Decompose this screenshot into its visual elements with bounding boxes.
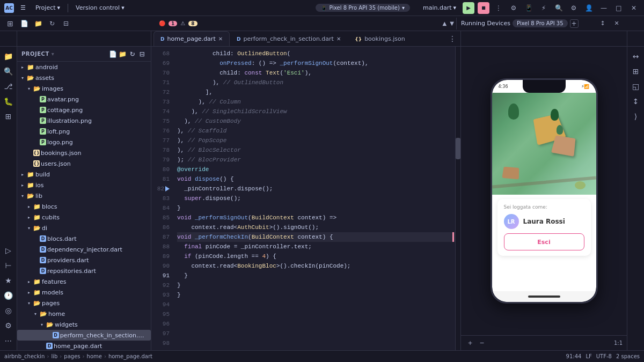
tree-item-blocs-dart[interactable]: Dblocs.dart: [17, 233, 151, 244]
add-device-btn[interactable]: +: [570, 19, 579, 28]
zoom-in-btn[interactable]: +: [465, 338, 475, 348]
tree-item-users-json[interactable]: {}users.json: [17, 158, 151, 169]
tree-item-dependency-injector-dart[interactable]: Ddependency_injector.dart: [17, 244, 151, 255]
breadcrumb-file[interactable]: home_page.dart: [108, 353, 152, 359]
scroll-up-btn[interactable]: ▲: [443, 20, 447, 26]
tree-item-pages[interactable]: ▾📂pages: [17, 298, 151, 308]
debug-sidebar-btn[interactable]: 🐛: [2, 95, 15, 108]
tree-item-illustration-png[interactable]: Pillustration.png: [17, 115, 151, 126]
clock-sidebar-btn[interactable]: 🕐: [2, 289, 15, 302]
main-dart-label[interactable]: main.dart ▾: [420, 3, 459, 12]
new-folder-btn[interactable]: 📁: [32, 18, 44, 29]
device-manager-btn[interactable]: 📱: [523, 2, 535, 14]
tree-item-models[interactable]: ▸📁models: [17, 287, 151, 298]
refresh-tree-btn[interactable]: ↻: [128, 50, 137, 58]
tree-item-di[interactable]: ▾📂di: [17, 223, 151, 233]
search-sidebar-btn[interactable]: 🔍: [2, 65, 15, 78]
tree-item-lib[interactable]: ▾📂lib: [17, 190, 151, 201]
hamburger-btn[interactable]: ☰: [17, 3, 29, 12]
right-tool-2[interactable]: ⊞: [630, 65, 642, 78]
version-control-btn[interactable]: Version control ▾: [72, 3, 128, 12]
zoom-out-btn[interactable]: −: [477, 338, 487, 348]
tab-close-btn[interactable]: ✕: [218, 36, 223, 42]
project-dropdown[interactable]: Project ▾: [32, 3, 63, 12]
tree-item-images[interactable]: ▾📂images: [17, 83, 151, 94]
tree-item-perform-check-in-section-dart[interactable]: Dperform_check_in_section.dart: [17, 330, 151, 341]
editor-scrollbar[interactable]: [455, 47, 460, 350]
tree-item-avatar-png[interactable]: Pavatar.png: [17, 94, 151, 105]
phone-logout-btn[interactable]: Esci: [504, 233, 584, 250]
maximize-btn[interactable]: □: [613, 2, 625, 14]
more-options-btn[interactable]: ⋮: [493, 2, 504, 14]
tree-item-features[interactable]: ▸📁features: [17, 276, 151, 287]
collapse-tree-btn[interactable]: ⊟: [138, 50, 147, 58]
charset[interactable]: UTF-8: [596, 353, 612, 359]
indent[interactable]: 2 spaces: [616, 353, 640, 359]
tree-item-assets[interactable]: ▾📂assets: [17, 72, 151, 83]
settings2-btn[interactable]: ⚙: [568, 2, 580, 14]
tree-item-bookings-json[interactable]: {}bookings.json: [17, 147, 151, 158]
line-number: 90: [151, 261, 170, 271]
tree-item-android[interactable]: ▸📁android: [17, 62, 151, 72]
scroll-down-btn[interactable]: ▼: [450, 20, 454, 26]
right-tool-3[interactable]: ◱: [630, 80, 642, 93]
right-tool-4[interactable]: ↕: [630, 95, 642, 108]
settings-sidebar-btn[interactable]: ⚙: [2, 319, 15, 332]
lightning-btn[interactable]: ⚡: [538, 2, 550, 14]
right-tool-5[interactable]: ⟩: [630, 110, 642, 123]
minimize-btn[interactable]: —: [598, 2, 610, 14]
tree-item-cubits[interactable]: ▸📁cubits: [17, 212, 151, 223]
fold-btn[interactable]: ⊞: [4, 18, 16, 29]
tree-item-logo-png[interactable]: Plogo.png: [17, 137, 151, 147]
tree-item-build[interactable]: ▸📁build: [17, 169, 151, 180]
tree-item-home[interactable]: ▾📂home: [17, 308, 151, 319]
line-ending[interactable]: LF: [586, 353, 591, 359]
run-button[interactable]: ▶: [463, 2, 474, 14]
tab-close-btn2[interactable]: ✕: [336, 36, 341, 42]
git2-sidebar-btn[interactable]: ◎: [2, 304, 15, 317]
scrollbar-thumb[interactable]: [456, 138, 460, 159]
tree-item-loft-png[interactable]: Ploft.png: [17, 126, 151, 137]
tree-item-cottage-png[interactable]: Pcottage.png: [17, 105, 151, 115]
close-btn[interactable]: ✕: [628, 2, 640, 14]
new-file-btn[interactable]: 📄: [18, 18, 30, 29]
extensions-sidebar-btn[interactable]: ⊞: [2, 110, 15, 123]
search-btn[interactable]: 🔍: [553, 2, 565, 14]
collapse-btn[interactable]: ⊟: [60, 18, 72, 29]
right-tool-1[interactable]: ↔: [630, 50, 642, 63]
code-scroll[interactable]: 6869707172737475767778798081828384858687…: [151, 47, 460, 350]
profile-btn[interactable]: 👤: [583, 2, 595, 14]
bookmark-sidebar-btn[interactable]: ★: [2, 274, 15, 287]
device-pill[interactable]: 📱 Pixel 8 Pro API 35 (mobile) ▾: [316, 4, 410, 12]
device-more-btn[interactable]: ↕: [597, 18, 609, 29]
device-close-btn[interactable]: ✕: [611, 18, 623, 29]
breadcrumb-sep1: ›: [47, 353, 49, 359]
breadcrumb-pages[interactable]: pages: [64, 353, 80, 359]
tree-item-repositories-dart[interactable]: Drepositories.dart: [17, 265, 151, 276]
tree-item-widgets[interactable]: ▾📂widgets: [17, 319, 151, 330]
tree-item-home-page-dart[interactable]: Dhome_page.dart: [17, 341, 151, 350]
sync-btn[interactable]: ↻: [46, 18, 58, 29]
more-sidebar-btn[interactable]: ⋯: [2, 334, 15, 347]
cursor-position[interactable]: 91:44: [566, 353, 582, 359]
files-sidebar-btn[interactable]: 📁: [2, 50, 15, 63]
code-content[interactable]: child: OutlinedButton( onPressed: () => …: [173, 47, 455, 350]
breadcrumb-home[interactable]: home: [87, 353, 102, 359]
settings-btn[interactable]: ⚙: [508, 2, 519, 14]
breadcrumb-lib[interactable]: lib: [51, 353, 57, 359]
breadcrumb-root[interactable]: airbnb_checkin: [4, 353, 45, 359]
run-sidebar-btn[interactable]: ▷: [2, 244, 15, 257]
tab-home-page[interactable]: D home_page.dart ✕: [153, 31, 230, 46]
terminal-sidebar-btn[interactable]: ⊢: [2, 259, 15, 272]
new-file-tree-btn[interactable]: 📄: [109, 50, 118, 58]
tab-perform-check-in[interactable]: D perform_check_in_section.dart ✕: [230, 31, 348, 46]
tab-bookings-json[interactable]: {} bookings.json: [348, 31, 412, 46]
git-sidebar-btn[interactable]: ⎇: [2, 80, 15, 93]
stop-button[interactable]: ■: [478, 2, 489, 14]
tree-item-ios[interactable]: ▸📁ios: [17, 180, 151, 190]
pixel-device-pill[interactable]: Pixel 8 Pro API 35: [513, 19, 568, 27]
more-tabs-btn[interactable]: ⋮: [449, 34, 456, 43]
tree-item-providers-dart[interactable]: Dproviders.dart: [17, 255, 151, 265]
tree-item-blocs[interactable]: ▸📁blocs: [17, 201, 151, 212]
new-folder-tree-btn[interactable]: 📁: [119, 50, 127, 58]
